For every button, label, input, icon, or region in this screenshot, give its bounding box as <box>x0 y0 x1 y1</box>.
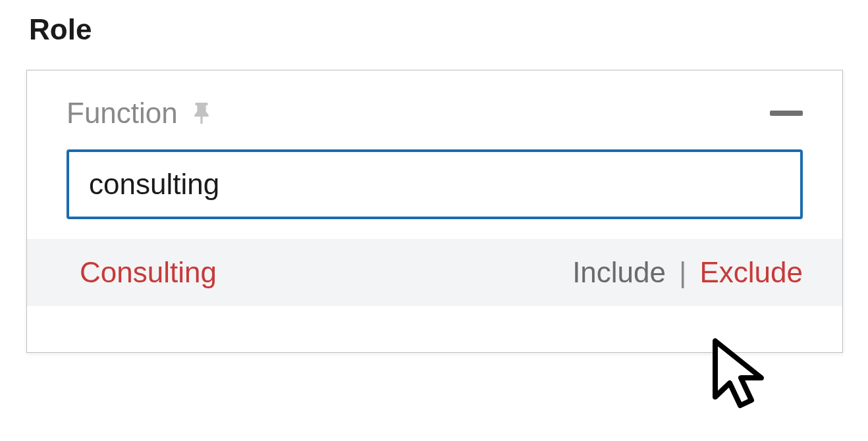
pin-icon[interactable] <box>191 101 212 126</box>
filter-header: Function <box>27 70 842 149</box>
include-button[interactable]: Include <box>572 256 666 289</box>
action-separator: | <box>679 256 686 289</box>
function-search-input[interactable] <box>67 149 803 219</box>
panel-footer <box>27 306 842 352</box>
filter-panel: Function Consulting Include | Exclude <box>26 70 843 353</box>
filter-label: Function <box>67 97 178 130</box>
suggestion-text: Consulting <box>80 256 217 289</box>
search-input-wrapper <box>27 149 842 239</box>
section-title: Role <box>29 13 842 46</box>
filter-header-left: Function <box>67 97 212 130</box>
suggestion-row[interactable]: Consulting Include | Exclude <box>27 239 842 306</box>
suggestion-actions: Include | Exclude <box>572 256 803 289</box>
exclude-button[interactable]: Exclude <box>699 256 803 289</box>
collapse-icon[interactable] <box>770 111 803 116</box>
